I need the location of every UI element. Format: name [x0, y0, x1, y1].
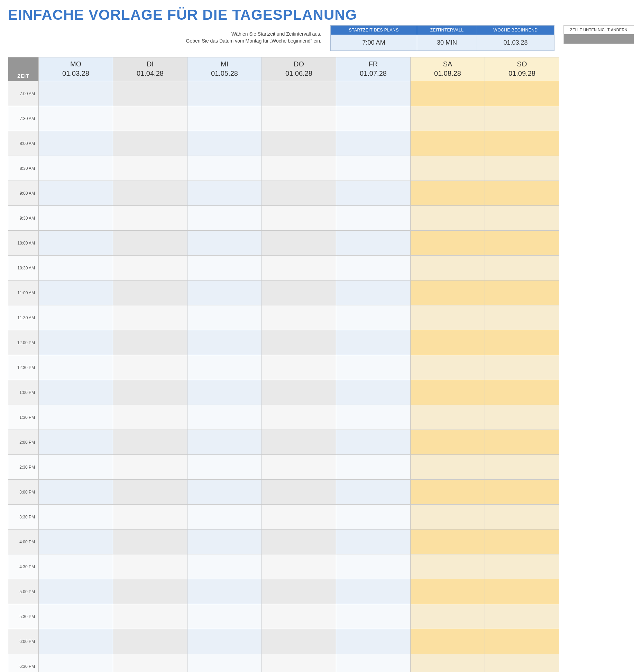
- slot-cell[interactable]: [262, 505, 336, 530]
- slot-cell[interactable]: [411, 480, 485, 505]
- slot-cell[interactable]: [485, 330, 559, 355]
- slot-cell[interactable]: [113, 81, 187, 106]
- slot-cell[interactable]: [113, 106, 187, 131]
- slot-cell[interactable]: [485, 430, 559, 455]
- slot-cell[interactable]: [485, 305, 559, 330]
- slot-cell[interactable]: [113, 505, 187, 530]
- slot-cell[interactable]: [485, 181, 559, 206]
- slot-cell[interactable]: [411, 530, 485, 554]
- slot-cell[interactable]: [262, 355, 336, 380]
- slot-cell[interactable]: [113, 554, 187, 579]
- slot-cell[interactable]: [336, 530, 411, 554]
- slot-cell[interactable]: [187, 430, 262, 455]
- slot-cell[interactable]: [485, 156, 559, 181]
- slot-cell[interactable]: [336, 480, 411, 505]
- slot-cell[interactable]: [485, 604, 559, 629]
- slot-cell[interactable]: [262, 430, 336, 455]
- slot-cell[interactable]: [187, 81, 262, 106]
- slot-cell[interactable]: [336, 629, 411, 654]
- slot-cell[interactable]: [411, 181, 485, 206]
- slot-cell[interactable]: [39, 206, 113, 231]
- slot-cell[interactable]: [411, 280, 485, 305]
- slot-cell[interactable]: [113, 480, 187, 505]
- slot-cell[interactable]: [113, 430, 187, 455]
- slot-cell[interactable]: [336, 305, 411, 330]
- slot-cell[interactable]: [485, 505, 559, 530]
- slot-cell[interactable]: [113, 355, 187, 380]
- slot-cell[interactable]: [39, 430, 113, 455]
- param-value-start[interactable]: 7:00 AM: [331, 35, 417, 51]
- slot-cell[interactable]: [411, 554, 485, 579]
- slot-cell[interactable]: [336, 106, 411, 131]
- slot-cell[interactable]: [39, 554, 113, 579]
- slot-cell[interactable]: [39, 405, 113, 430]
- slot-cell[interactable]: [113, 231, 187, 256]
- slot-cell[interactable]: [39, 654, 113, 672]
- slot-cell[interactable]: [187, 554, 262, 579]
- slot-cell[interactable]: [411, 629, 485, 654]
- slot-cell[interactable]: [485, 355, 559, 380]
- slot-cell[interactable]: [485, 106, 559, 131]
- slot-cell[interactable]: [187, 579, 262, 604]
- slot-cell[interactable]: [411, 380, 485, 405]
- slot-cell[interactable]: [336, 280, 411, 305]
- slot-cell[interactable]: [187, 604, 262, 629]
- slot-cell[interactable]: [336, 156, 411, 181]
- slot-cell[interactable]: [113, 405, 187, 430]
- slot-cell[interactable]: [113, 654, 187, 672]
- slot-cell[interactable]: [411, 256, 485, 280]
- slot-cell[interactable]: [485, 554, 559, 579]
- param-value-week[interactable]: 01.03.28: [477, 35, 554, 51]
- slot-cell[interactable]: [485, 530, 559, 554]
- slot-cell[interactable]: [336, 405, 411, 430]
- slot-cell[interactable]: [187, 330, 262, 355]
- slot-cell[interactable]: [336, 231, 411, 256]
- slot-cell[interactable]: [336, 380, 411, 405]
- slot-cell[interactable]: [411, 654, 485, 672]
- slot-cell[interactable]: [411, 131, 485, 156]
- slot-cell[interactable]: [39, 455, 113, 480]
- slot-cell[interactable]: [113, 530, 187, 554]
- slot-cell[interactable]: [411, 505, 485, 530]
- slot-cell[interactable]: [262, 654, 336, 672]
- slot-cell[interactable]: [113, 629, 187, 654]
- slot-cell[interactable]: [187, 405, 262, 430]
- slot-cell[interactable]: [187, 280, 262, 305]
- slot-cell[interactable]: [187, 480, 262, 505]
- slot-cell[interactable]: [411, 305, 485, 330]
- slot-cell[interactable]: [113, 604, 187, 629]
- slot-cell[interactable]: [336, 579, 411, 604]
- slot-cell[interactable]: [262, 256, 336, 280]
- slot-cell[interactable]: [39, 181, 113, 206]
- slot-cell[interactable]: [411, 106, 485, 131]
- slot-cell[interactable]: [262, 629, 336, 654]
- slot-cell[interactable]: [336, 455, 411, 480]
- slot-cell[interactable]: [262, 455, 336, 480]
- slot-cell[interactable]: [485, 455, 559, 480]
- slot-cell[interactable]: [39, 530, 113, 554]
- slot-cell[interactable]: [262, 405, 336, 430]
- slot-cell[interactable]: [411, 455, 485, 480]
- slot-cell[interactable]: [336, 181, 411, 206]
- slot-cell[interactable]: [485, 579, 559, 604]
- slot-cell[interactable]: [411, 430, 485, 455]
- slot-cell[interactable]: [485, 629, 559, 654]
- slot-cell[interactable]: [39, 131, 113, 156]
- slot-cell[interactable]: [187, 380, 262, 405]
- slot-cell[interactable]: [336, 81, 411, 106]
- slot-cell[interactable]: [113, 256, 187, 280]
- slot-cell[interactable]: [113, 156, 187, 181]
- slot-cell[interactable]: [336, 131, 411, 156]
- slot-cell[interactable]: [113, 330, 187, 355]
- slot-cell[interactable]: [39, 256, 113, 280]
- slot-cell[interactable]: [187, 355, 262, 380]
- slot-cell[interactable]: [262, 131, 336, 156]
- slot-cell[interactable]: [485, 380, 559, 405]
- slot-cell[interactable]: [39, 480, 113, 505]
- slot-cell[interactable]: [262, 231, 336, 256]
- slot-cell[interactable]: [336, 604, 411, 629]
- slot-cell[interactable]: [39, 305, 113, 330]
- slot-cell[interactable]: [39, 81, 113, 106]
- slot-cell[interactable]: [485, 231, 559, 256]
- slot-cell[interactable]: [411, 355, 485, 380]
